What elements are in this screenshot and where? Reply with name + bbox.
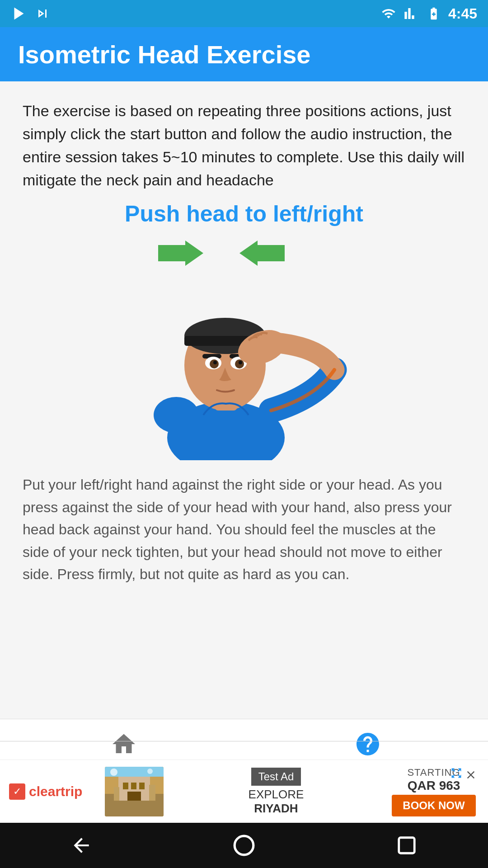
svg-rect-26 [149,785,155,801]
svg-point-29 [147,769,153,774]
arrow-right-icon [158,241,203,266]
ad-image [105,767,164,816]
svg-point-28 [110,769,117,776]
back-icon [70,834,93,857]
book-now-button[interactable]: BOOK NOW [392,795,475,816]
svg-rect-25 [114,787,119,801]
ad-middle-section: Test Ad EXPLORE RIYADH [169,768,383,816]
ad-close-button[interactable] [463,767,479,783]
svg-rect-24 [127,792,141,801]
play-icon-1 [11,5,27,22]
svg-marker-0 [158,241,203,266]
svg-point-30 [235,836,253,855]
close-icon [465,769,477,781]
svg-rect-31 [399,838,415,854]
svg-marker-1 [239,241,285,266]
help-icon [354,731,381,758]
ad-cleartrip: ✓ cleartrip Test A [0,760,488,823]
ad-city-text: RIYADH [254,802,298,816]
svg-rect-23 [139,783,145,789]
battery-icon [425,6,443,21]
instruction-detail: Put your left/right hand against the rig… [23,474,465,586]
android-nav [0,823,488,868]
description-text: The exercise is based on repeating three… [23,99,465,192]
cleartrip-brand-text: cleartrip [29,784,82,799]
ad-expand-icon [450,767,463,781]
content-divider [0,741,488,741]
android-recent-button[interactable] [393,832,420,859]
exercise-subtitle: Push head to left/right [23,201,465,227]
expand-icon [450,767,463,779]
android-back-button[interactable] [68,832,95,859]
app-bar: Isometric Head Exercise [0,27,488,81]
app-title: Isometric Head Exercise [18,40,310,69]
main-content: The exercise is based on repeating three… [0,81,488,741]
ad-banner[interactable]: ✓ cleartrip Test A [0,760,488,823]
svg-rect-22 [131,783,136,789]
svg-point-14 [213,361,217,364]
square-icon [396,835,417,856]
illustration-container [23,241,465,460]
status-time: 4:45 [448,5,477,22]
status-icons-right: 4:45 [380,5,477,22]
person-illustration [127,270,361,460]
cleartrip-checkbox-icon: ✓ [9,783,25,800]
svg-point-17 [154,397,199,433]
test-ad-badge: Test Ad [251,768,301,786]
cleartrip-logo: ✓ cleartrip [9,783,99,800]
arrow-left-icon [239,241,285,266]
ad-explore-text: EXPLORE [249,788,304,802]
wifi-icon [380,6,398,21]
svg-point-15 [239,361,242,364]
android-home-button[interactable] [230,832,258,859]
arrows-container [158,241,285,266]
status-bar: 4:45 [0,0,488,27]
circle-icon [233,834,255,857]
status-icons-left [11,5,51,22]
ad-right-section: STARTING QAR 963 BOOK NOW [389,767,479,816]
play-icon-2 [34,5,51,22]
signal-icon [403,6,419,21]
home-icon [110,731,137,758]
svg-rect-21 [123,783,128,789]
